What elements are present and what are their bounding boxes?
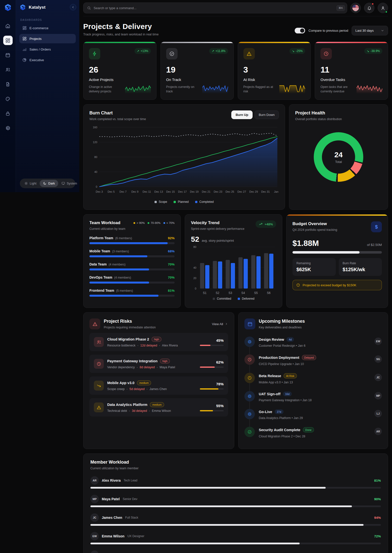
milestone-detail: Mobile App v3.0 • Jan 13 xyxy=(259,381,297,384)
team-workload-row[interactable]: DevOps Team (4 members) 70% xyxy=(89,275,175,284)
sidebar-item-sales-orders[interactable]: Sales / Orders xyxy=(19,45,76,54)
chart-icon xyxy=(22,47,27,52)
warning-icon xyxy=(94,402,104,412)
search-bar[interactable]: ⌘K xyxy=(83,2,347,13)
svg-text:Dec 23: Dec 23 xyxy=(214,190,222,193)
budget-total-label: of $2.50M xyxy=(367,243,382,247)
main-content: ⌘K Projects & Delivery Track progress, r… xyxy=(83,0,388,553)
trendDown-icon xyxy=(94,381,104,391)
rail-home-button[interactable] xyxy=(3,21,13,30)
member-workload-row[interactable]: EW Emma Wilson UX Designer 72% xyxy=(90,532,381,544)
rail-calendar-button[interactable] xyxy=(3,50,13,60)
kpi-card-on-track[interactable]: ↗+11.8% 19 On Track Projects currently o… xyxy=(160,42,234,100)
milestone-timeline: Design Review 4d Customer Portal Redesig… xyxy=(244,334,382,443)
risk-row[interactable]: Data Analytics Platform medium Technical… xyxy=(89,398,228,417)
search-input[interactable] xyxy=(94,6,334,10)
rail-documents-button[interactable] xyxy=(3,79,13,89)
rail-theme-button[interactable] xyxy=(3,94,13,104)
burn-chart: 04080120160Dec 3Dec 5Dec 7Dec 9Dec 11Dec… xyxy=(89,125,279,199)
theme-system-label: System xyxy=(67,182,77,185)
notification-dot xyxy=(371,3,374,5)
team-workload-row[interactable]: Data Team (4 members) 70% xyxy=(89,262,175,270)
kpi-sparkline xyxy=(279,84,305,94)
avatar: EW xyxy=(374,338,382,345)
view-all-link[interactable]: View All xyxy=(212,322,228,326)
rail-dashboards-button[interactable] xyxy=(3,36,13,45)
milestone-row[interactable]: Go-Live 27d Data Analytics Platform • Ja… xyxy=(244,407,382,424)
period-select[interactable]: Last 30 days xyxy=(352,26,388,35)
risk-severity-badge: high xyxy=(160,359,170,364)
theme-system-button[interactable]: System xyxy=(58,180,80,187)
palette-icon xyxy=(5,96,10,102)
theme-dark-button[interactable]: Dark xyxy=(40,180,58,187)
avatar: EW xyxy=(90,532,99,540)
svg-text:40: 40 xyxy=(193,266,196,269)
burn-chart-card: Burn Chart Work completed vs. total scop… xyxy=(83,104,285,210)
member-workload-row[interactable]: JC James Chen Full Stack 94% xyxy=(90,513,381,526)
legend-item: Delivered xyxy=(238,297,255,300)
kpi-card-at-risk[interactable]: ↘-25% 3 At Risk Projects flagged as at r… xyxy=(238,42,311,100)
risk-row[interactable]: Mobile App v3.0 medium Scope creep • 5d … xyxy=(89,376,228,395)
warning-triangle-icon xyxy=(243,48,255,59)
avatar: MP xyxy=(374,392,382,399)
risk-row[interactable]: Cloud Migration Phase 2 high Resource bo… xyxy=(89,333,228,351)
svg-text:S6: S6 xyxy=(267,291,271,295)
svg-text:Dec 29: Dec 29 xyxy=(249,190,258,193)
member-workload-row[interactable]: AR Alex Rivera Tech Lead 81% xyxy=(90,476,381,489)
compare-toggle[interactable] xyxy=(295,28,305,33)
milestone-row[interactable]: Security Audit Complete Done Cloud Migra… xyxy=(244,424,382,443)
burn-up-button[interactable]: Burn Up xyxy=(231,110,252,119)
sidebar-item-executive[interactable]: Executive xyxy=(19,55,76,65)
risk-progress-bar xyxy=(200,367,224,368)
svg-text:80: 80 xyxy=(193,245,196,248)
kpi-card-active-projects[interactable]: ↗+13% 26 Active Projects Change in activ… xyxy=(83,42,157,100)
team-workload-row[interactable]: Mobile Team (3 members) 68% xyxy=(89,249,175,257)
project-risks-title: Project Risks xyxy=(104,319,156,324)
team-workload-list: Platform Team (6 members) 92% Mobile Tea… xyxy=(89,236,175,297)
budget-burn-rate-box: Burn Rate $125K/wk xyxy=(339,258,382,276)
milestone-row[interactable]: UAT Sign-off 16d Payment Gateway Integra… xyxy=(244,389,382,407)
rail-security-button[interactable] xyxy=(3,109,13,118)
sidebar-collapse-button[interactable] xyxy=(70,4,76,10)
calendar-icon xyxy=(244,318,255,329)
milestone-row[interactable]: Production Deployment Delayed CI/CD Pipe… xyxy=(244,352,382,370)
kpi-label: At Risk xyxy=(243,78,305,82)
milestone-row[interactable]: Design Review 4d Customer Portal Redesig… xyxy=(244,334,382,352)
risk-detail: Scope creep xyxy=(107,387,125,391)
notifications-button[interactable] xyxy=(364,3,374,13)
rail-settings-button[interactable] xyxy=(3,123,13,133)
member-workload-title: Member Workload xyxy=(90,460,381,465)
sidebar-item-projects[interactable]: Projects xyxy=(19,34,76,43)
theme-light-button[interactable]: Light xyxy=(21,180,40,187)
milestone-badge: At Risk xyxy=(284,373,297,378)
svg-text:S4: S4 xyxy=(241,291,245,295)
gear-icon xyxy=(5,126,10,131)
team-workload-row[interactable]: Frontend Team (5 members) 81% xyxy=(89,289,175,297)
sidebar-item-e-commerce[interactable]: E-commerce xyxy=(19,23,76,33)
rail-team-button[interactable] xyxy=(3,65,13,74)
remaining-value: $625K xyxy=(296,267,332,272)
kpi-card-overdue-tasks[interactable]: ↘-38.9% 11 Overdue Tasks Open tasks that… xyxy=(315,42,388,100)
svg-text:160: 160 xyxy=(93,126,97,129)
burn-rate-value: $125K/wk xyxy=(343,267,378,272)
clock-icon xyxy=(94,359,104,369)
risk-row[interactable]: Payment Gateway Integration high Vendor … xyxy=(89,355,228,373)
team-workload-row[interactable]: Platform Team (6 members) 92% xyxy=(89,236,175,244)
member-workload-row[interactable]: LJ Liam Johnson DevOps 87% xyxy=(90,551,381,553)
team-name: Platform Team xyxy=(89,236,113,240)
team-workload-title: Team Workload xyxy=(89,220,125,225)
burn-down-button[interactable]: Burn Down xyxy=(255,110,279,119)
profile-button[interactable] xyxy=(378,3,388,13)
svg-text:Dec 3: Dec 3 xyxy=(96,190,103,193)
member-workload-row[interactable]: MP Maya Patel Senior Dev 90% xyxy=(90,495,381,507)
milestone-row[interactable]: Beta Release At Risk Mobile App v3.0 • J… xyxy=(244,370,382,389)
milestone-badge: 16d xyxy=(283,392,292,396)
kpi-description: Projects flagged as at risk xyxy=(243,85,278,94)
clock-icon xyxy=(320,48,332,59)
risk-owner: Emma Wilson xyxy=(152,409,171,413)
language-button[interactable] xyxy=(350,3,361,13)
clock-icon xyxy=(244,354,255,365)
milestone-badge: 27d xyxy=(275,409,284,414)
chevron-down-icon xyxy=(381,29,384,32)
velocity-title: Velocity Trend xyxy=(191,220,244,225)
